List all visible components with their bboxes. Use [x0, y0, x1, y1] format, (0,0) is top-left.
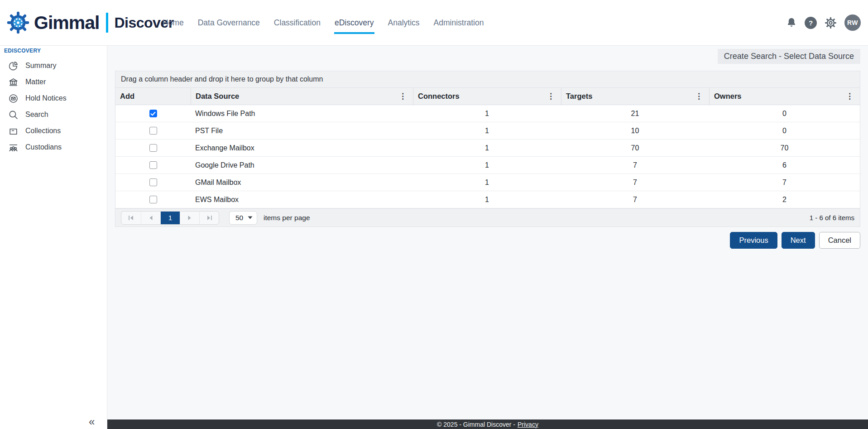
- connectors-cell: 1: [413, 140, 561, 156]
- magnifier-icon: [8, 110, 19, 120]
- pager-range-label: 1 - 6 of 6 items: [810, 214, 854, 222]
- targets-cell: 21: [561, 105, 709, 122]
- app-window: Gimmal Discover Home Data Governance Cla…: [0, 0, 868, 429]
- owners-cell: 2: [709, 191, 860, 208]
- column-menu-icon[interactable]: ⋮: [693, 92, 705, 101]
- connectors-cell: 1: [413, 174, 561, 191]
- nav-administration[interactable]: Administration: [433, 15, 484, 34]
- table-row[interactable]: GMail Mailbox 1 7 7: [115, 174, 860, 191]
- grid-header-row: Add Data Source ⋮ Connectors ⋮ Targets ⋮…: [115, 88, 860, 105]
- data-source-grid: Drag a column header and drop it here to…: [115, 71, 860, 227]
- help-icon[interactable]: ?: [805, 17, 817, 29]
- targets-cell: 7: [561, 174, 709, 191]
- top-header: Gimmal Discover Home Data Governance Cla…: [0, 0, 868, 46]
- column-menu-icon[interactable]: ⋮: [545, 92, 556, 101]
- next-button[interactable]: Next: [782, 232, 815, 249]
- row-checkbox[interactable]: [149, 127, 157, 135]
- targets-cell: 7: [561, 191, 709, 208]
- sidebar-item-custodians[interactable]: Custodians: [0, 139, 107, 155]
- row-checkbox[interactable]: [149, 110, 157, 117]
- sidebar-item-summary[interactable]: Summary: [0, 58, 107, 74]
- first-page-button[interactable]: [121, 212, 141, 224]
- owners-cell: 0: [709, 105, 860, 122]
- chevron-down-icon: [248, 216, 253, 219]
- column-header-data-source[interactable]: Data Source ⋮: [191, 88, 413, 105]
- table-row[interactable]: Google Drive Path 1 7 6: [115, 157, 860, 174]
- topbar-icons: ? RW: [786, 0, 861, 45]
- page-1-button[interactable]: 1: [160, 212, 180, 224]
- bank-icon: [8, 77, 19, 87]
- data-source-cell: Google Drive Path: [191, 157, 413, 174]
- mail-circle-icon: [8, 93, 19, 104]
- sidebar-item-collections[interactable]: Collections: [0, 123, 107, 139]
- wizard-actions: Previous Next Cancel: [730, 232, 860, 249]
- page-footer: © 2025 - Gimmal Discover - Privacy: [107, 419, 868, 429]
- row-checkbox[interactable]: [149, 196, 157, 203]
- last-page-button[interactable]: [199, 212, 219, 224]
- column-menu-icon[interactable]: ⋮: [844, 92, 855, 101]
- previous-page-button[interactable]: [141, 212, 160, 224]
- data-source-cell: Windows File Path: [191, 105, 413, 122]
- people-icon: [8, 142, 19, 153]
- group-drop-zone[interactable]: Drag a column header and drop it here to…: [115, 71, 860, 88]
- copyright-text: © 2025 - Gimmal Discover -: [437, 421, 515, 428]
- owners-cell: 6: [709, 157, 860, 174]
- next-page-button[interactable]: [180, 212, 199, 224]
- sidebar-item-label: Custodians: [25, 143, 62, 151]
- table-row[interactable]: Exchange Mailbox 1 70 70: [115, 140, 860, 157]
- nav-home[interactable]: Home: [162, 15, 184, 34]
- cancel-button[interactable]: Cancel: [819, 232, 860, 249]
- sidebar: EDISCOVERY Summary Matter Hold Notices: [0, 46, 107, 429]
- targets-cell: 7: [561, 157, 709, 174]
- logo-divider: [106, 13, 108, 33]
- grid-body: Windows File Path 1 21 0 PST File 1 10 0: [115, 105, 860, 208]
- row-checkbox[interactable]: [149, 144, 157, 152]
- targets-cell: 70: [561, 140, 709, 156]
- main-content: Create Search - Select Data Source Drag …: [107, 46, 868, 429]
- table-row[interactable]: EWS Mailbox 1 7 2: [115, 191, 860, 208]
- column-menu-icon[interactable]: ⋮: [397, 92, 408, 101]
- sidebar-item-hold-notices[interactable]: Hold Notices: [0, 90, 107, 106]
- page-size-dropdown[interactable]: 50: [229, 211, 257, 225]
- bell-icon[interactable]: [786, 17, 797, 29]
- privacy-link[interactable]: Privacy: [518, 421, 538, 428]
- row-checkbox[interactable]: [149, 161, 157, 169]
- brand-name: Gimmal: [34, 12, 99, 34]
- row-checkbox[interactable]: [149, 178, 157, 186]
- sidebar-collapse-icon[interactable]: «: [89, 416, 95, 427]
- main-nav: Home Data Governance Classification eDis…: [162, 0, 484, 45]
- gimmal-gear-logo-icon: [6, 11, 30, 34]
- pager-nav-group: 1: [121, 211, 219, 225]
- nav-classification[interactable]: Classification: [273, 15, 321, 34]
- grid-pager: 1 50 items per page 1 - 6 of 6 items: [115, 208, 860, 227]
- sidebar-section-label: EDISCOVERY: [4, 48, 107, 54]
- page-size-value: 50: [230, 214, 243, 222]
- targets-cell: 10: [561, 122, 709, 139]
- owners-cell: 7: [709, 174, 860, 191]
- nav-ediscovery[interactable]: eDiscovery: [334, 15, 374, 34]
- sidebar-item-label: Matter: [25, 78, 46, 86]
- sidebar-item-label: Summary: [25, 62, 56, 70]
- column-header-add[interactable]: Add: [115, 88, 191, 105]
- data-source-cell: GMail Mailbox: [191, 174, 413, 191]
- sidebar-item-label: Hold Notices: [25, 94, 67, 102]
- nav-data-governance[interactable]: Data Governance: [197, 15, 260, 34]
- user-avatar[interactable]: RW: [844, 14, 861, 31]
- table-row[interactable]: Windows File Path 1 21 0: [115, 105, 860, 122]
- connectors-cell: 1: [413, 105, 561, 122]
- column-header-owners[interactable]: Owners ⋮: [709, 88, 860, 105]
- gimmal-logo[interactable]: Gimmal Discover: [6, 0, 174, 45]
- sidebar-item-matter[interactable]: Matter: [0, 74, 107, 90]
- nav-analytics[interactable]: Analytics: [388, 15, 420, 34]
- data-source-cell: Exchange Mailbox: [191, 140, 413, 156]
- column-header-connectors[interactable]: Connectors ⋮: [413, 88, 561, 105]
- owners-cell: 0: [709, 122, 860, 139]
- data-source-cell: EWS Mailbox: [191, 191, 413, 208]
- connectors-cell: 1: [413, 157, 561, 174]
- table-row[interactable]: PST File 1 10 0: [115, 122, 860, 140]
- column-header-targets[interactable]: Targets ⋮: [561, 88, 709, 105]
- sidebar-item-search[interactable]: Search: [0, 106, 107, 123]
- previous-button[interactable]: Previous: [730, 232, 777, 249]
- sidebar-item-label: Search: [25, 111, 48, 119]
- gear-icon[interactable]: [824, 16, 837, 29]
